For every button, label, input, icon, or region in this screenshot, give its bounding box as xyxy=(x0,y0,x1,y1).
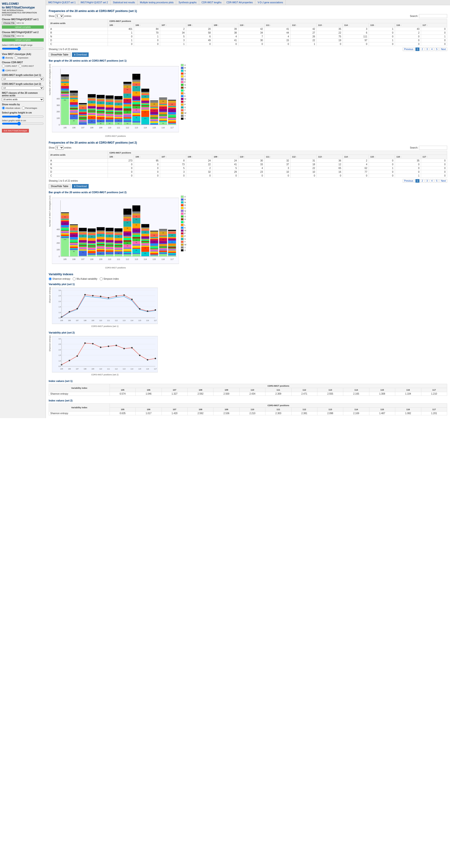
length-sel2-select[interactable]: 13 xyxy=(2,86,44,90)
col-header-115[interactable]: 115 xyxy=(369,23,395,27)
col-header-105[interactable]: 105 xyxy=(108,23,134,27)
col-header-111[interactable]: 111 xyxy=(265,155,291,159)
col-header-115[interactable]: 115 xyxy=(369,155,395,159)
nav-cdr-aa[interactable]: CDR-IMGT AA properties xyxy=(224,0,255,5)
shannon-option[interactable]: Shannon entropy xyxy=(49,277,70,280)
svg-rect-656 xyxy=(168,237,176,238)
set2-search-input[interactable] xyxy=(419,146,447,150)
index-col-header-109: 109 xyxy=(213,408,239,411)
set2-entries-select[interactable]: 51025 xyxy=(55,146,64,150)
set1-search-input[interactable] xyxy=(419,14,447,18)
cdr1-option[interactable]: CDR1-IMGT xyxy=(2,64,17,67)
col-header-116[interactable]: 116 xyxy=(395,155,421,159)
range-slider[interactable] xyxy=(2,47,44,51)
set1-page-2[interactable]: 2 xyxy=(420,48,424,51)
col-header-112[interactable]: 112 xyxy=(291,23,317,27)
nav-statistical[interactable]: Statistical test results xyxy=(111,0,138,5)
length-sel1-select[interactable]: 13 xyxy=(2,77,44,81)
svg-rect-173 xyxy=(115,105,122,108)
svg-text:111: 111 xyxy=(117,258,120,260)
legend-item-P: P xyxy=(181,235,186,238)
col-header-109[interactable]: 109 xyxy=(212,155,238,159)
svg-rect-168 xyxy=(115,111,122,112)
set2-upload-btn[interactable]: Upload complete xyxy=(2,38,44,41)
nav-cdr-imgt[interactable]: CDR-IMGT lengths xyxy=(199,0,224,5)
svg-text:48: 48 xyxy=(91,95,93,96)
set2-page-5[interactable]: 5 xyxy=(435,179,439,183)
view-diversity-option[interactable]: diversity xyxy=(2,56,13,59)
cdr2-option[interactable]: CDR2-IMGT xyxy=(19,64,34,67)
index-col-header-115: 115 xyxy=(369,388,395,392)
svg-rect-358 xyxy=(61,227,69,228)
graph-width-slider[interactable] xyxy=(2,122,44,125)
col-header-113[interactable]: 113 xyxy=(317,155,343,159)
set2-page-4[interactable]: 4 xyxy=(430,179,434,183)
table-row: D00332292310101677000 xyxy=(49,170,447,174)
col-header-111[interactable]: 111 xyxy=(265,23,291,27)
col-header-106[interactable]: 106 xyxy=(134,23,160,27)
set1-upload-btn[interactable]: Upload complete xyxy=(2,25,44,29)
svg-rect-499 xyxy=(115,244,122,245)
set2-page-3[interactable]: 3 xyxy=(425,179,429,183)
svg-rect-308 xyxy=(159,98,167,100)
svg-rect-196 xyxy=(123,103,131,104)
col-header-112[interactable]: 112 xyxy=(291,155,317,159)
col-header-109[interactable]: 109 xyxy=(212,23,238,27)
col-header-108[interactable]: 108 xyxy=(186,155,212,159)
graph-height-slider[interactable] xyxy=(2,115,44,119)
nav-highvquest1[interactable]: IMGT/HighV-QUEST set 1 xyxy=(46,0,78,5)
svg-rect-655 xyxy=(168,238,176,239)
svg-rect-216 xyxy=(132,112,140,113)
set1-choose-file-btn[interactable]: Choose File xyxy=(2,21,16,25)
simpson-option[interactable]: Simpson index xyxy=(100,277,119,280)
nav-multiple[interactable]: Multiple testing procedures plots xyxy=(138,0,176,5)
set1-page-prev[interactable]: Previous xyxy=(403,48,415,51)
set2-page-prev[interactable]: Previous xyxy=(403,179,415,183)
exit-btn[interactable]: Exit IMGT/StatClonotype xyxy=(2,129,29,132)
col-header-114[interactable]: 114 xyxy=(342,23,369,27)
cdr3-option[interactable]: CDR3-IMGT xyxy=(2,69,17,72)
col-header-107[interactable]: 107 xyxy=(160,23,186,27)
col-header-107[interactable]: 107 xyxy=(160,155,186,159)
set1-show-hide-btn[interactable]: Show/Hide Table xyxy=(49,53,70,57)
set2-page-2[interactable]: 2 xyxy=(420,179,424,183)
col-header-106[interactable]: 106 xyxy=(134,155,160,159)
set1-page-1[interactable]: 1 xyxy=(415,48,420,51)
set2-page-1[interactable]: 1 xyxy=(415,179,420,183)
nav-vdj[interactable]: V-D-J gene associations xyxy=(255,0,286,5)
nav-highvquest2[interactable]: IMGT/HighV-QUEST set 2 xyxy=(78,0,111,5)
col-header-116[interactable]: 116 xyxy=(395,23,421,27)
nav-synthesis[interactable]: Synthesis graphs xyxy=(176,0,199,5)
legend-label-S: S xyxy=(184,106,186,108)
view-expression-option[interactable]: expression xyxy=(14,56,28,59)
set1-page-3[interactable]: 3 xyxy=(425,48,429,51)
set1-page-5[interactable]: 5 xyxy=(435,48,439,51)
col-header-110[interactable]: 110 xyxy=(238,155,265,159)
set1-page-next[interactable]: Next xyxy=(440,48,447,51)
set1-download-btn[interactable]: Download xyxy=(72,53,89,57)
svg-text:116: 116 xyxy=(146,320,149,321)
col-header-113[interactable]: 113 xyxy=(317,23,343,27)
set2-page-next[interactable]: Next xyxy=(440,179,447,183)
svg-rect-429 xyxy=(88,244,96,244)
col-header-110[interactable]: 110 xyxy=(238,23,265,27)
set2-choose-file-btn[interactable]: Choose File xyxy=(2,34,16,38)
set1-entries-select[interactable]: 51025 xyxy=(55,14,64,18)
wukabat-option[interactable]: Wu-Kabat variability xyxy=(73,277,97,280)
svg-rect-254 xyxy=(141,100,149,101)
set1-page-4[interactable]: 4 xyxy=(430,48,434,51)
svg-rect-603 xyxy=(150,248,158,249)
set2-show-hide-btn[interactable]: Show/Hide Table xyxy=(49,184,70,188)
set2-download-btn[interactable]: Download xyxy=(72,184,89,188)
col-header-117[interactable]: 117 xyxy=(421,155,447,159)
legend-color-Q xyxy=(181,78,184,81)
svg-rect-292 xyxy=(159,119,167,120)
col-header-117[interactable]: 117 xyxy=(421,23,447,27)
percentages-option[interactable]: Percentages xyxy=(22,106,37,110)
col-header-114[interactable]: 114 xyxy=(342,155,369,159)
imgt-classes-select[interactable]: 20 amino acids xyxy=(2,97,44,101)
col-header-105[interactable]: 105 xyxy=(108,155,134,159)
absolute-values-option[interactable]: Absolute values xyxy=(2,106,21,110)
col-header-108[interactable]: 108 xyxy=(186,23,212,27)
value-cell: 33 xyxy=(238,163,265,166)
